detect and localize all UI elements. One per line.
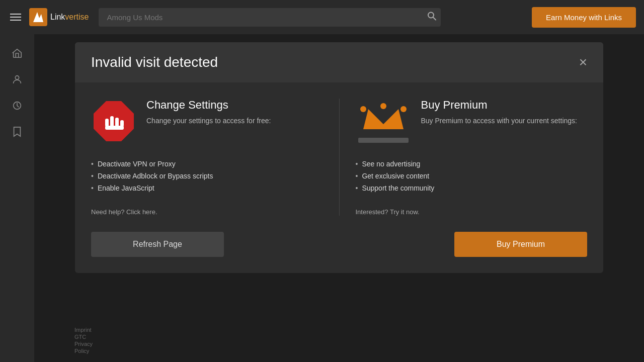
sidebar-item-home[interactable] <box>6 42 28 64</box>
change-settings-col: Change Settings Change your settings to … <box>91 99 323 216</box>
modal-body: Change Settings Change your settings to … <box>75 82 603 232</box>
svg-line-2 <box>433 17 436 20</box>
sidebar-item-profile[interactable] <box>6 68 28 90</box>
svg-rect-7 <box>105 119 109 127</box>
sidebar-item-bookmark[interactable] <box>6 121 28 143</box>
premium-bullet-list: See no advertising Get exclusive content… <box>356 158 588 194</box>
premium-desc: Buy Premium to access with your current … <box>421 116 577 126</box>
footer-link-privacy[interactable]: Privacy <box>74 341 93 347</box>
premium-text: Buy Premium Buy Premium to access with y… <box>421 99 577 126</box>
list-item: Support the community <box>356 182 588 194</box>
logo-text: Linkvertise <box>50 13 89 22</box>
modal-divider <box>339 99 340 216</box>
modal-title: Invalid visit detected <box>91 54 218 70</box>
premium-section-top: Buy Premium Buy Premium to access with y… <box>356 99 588 144</box>
svg-point-14 <box>380 103 386 109</box>
list-item: Deactivate VPN or Proxy <box>91 158 323 170</box>
settings-title: Change Settings <box>146 99 271 112</box>
premium-title: Buy Premium <box>421 99 577 112</box>
help-text: Need help? Click here. <box>91 208 323 216</box>
svg-point-12 <box>360 106 366 112</box>
search-container <box>99 8 441 27</box>
list-item: See no advertising <box>356 158 588 170</box>
header: Linkvertise Earn Money with Links <box>0 0 644 34</box>
footer-link-imprint[interactable]: Imprint <box>74 327 93 333</box>
close-button[interactable]: × <box>579 55 587 69</box>
content-area: Invalid visit detected × <box>34 34 644 362</box>
svg-point-13 <box>400 106 407 112</box>
search-button[interactable] <box>427 11 437 24</box>
buy-premium-button[interactable]: Buy Premium <box>454 232 587 257</box>
svg-point-3 <box>15 76 19 79</box>
refresh-page-button[interactable]: Refresh Page <box>91 232 224 257</box>
settings-desc: Change your settings to access for free: <box>146 116 271 126</box>
modal-footer: Refresh Page Buy Premium <box>75 232 603 273</box>
logo[interactable]: Linkvertise <box>29 8 89 26</box>
crown-bar <box>358 138 409 143</box>
menu-button[interactable] <box>8 12 23 23</box>
sidebar-item-history[interactable] <box>6 95 28 117</box>
search-input[interactable] <box>99 8 441 27</box>
modal-header: Invalid visit detected × <box>75 42 603 82</box>
crown-icon <box>356 99 411 144</box>
earn-money-button[interactable]: Earn Money with Links <box>532 7 636 28</box>
svg-rect-10 <box>105 126 124 130</box>
invalid-visit-modal: Invalid visit detected × <box>75 42 603 273</box>
settings-section-top: Change Settings Change your settings to … <box>91 99 323 144</box>
footer-link-policy[interactable]: Policy <box>74 348 93 354</box>
svg-rect-8 <box>115 118 119 127</box>
svg-rect-6 <box>110 116 114 127</box>
buy-premium-col: Buy Premium Buy Premium to access with y… <box>356 99 588 216</box>
sidebar <box>0 34 34 362</box>
list-item: Enable JavaScript <box>91 182 323 194</box>
interest-text: Interested? Try it now. <box>356 208 588 216</box>
svg-marker-11 <box>363 109 404 129</box>
stop-sign-icon <box>91 99 136 144</box>
footer-link-gtc[interactable]: GTC <box>74 334 93 340</box>
settings-text: Change Settings Change your settings to … <box>146 99 271 126</box>
list-item: Get exclusive content <box>356 170 588 182</box>
settings-bullet-list: Deactivate VPN or Proxy Deactivate Adblo… <box>91 158 323 194</box>
list-item: Deactivate Adblock or Bypass scripts <box>91 170 323 182</box>
main-layout: Invalid visit detected × <box>0 34 644 362</box>
footer: Imprint GTC Privacy Policy <box>74 327 93 354</box>
